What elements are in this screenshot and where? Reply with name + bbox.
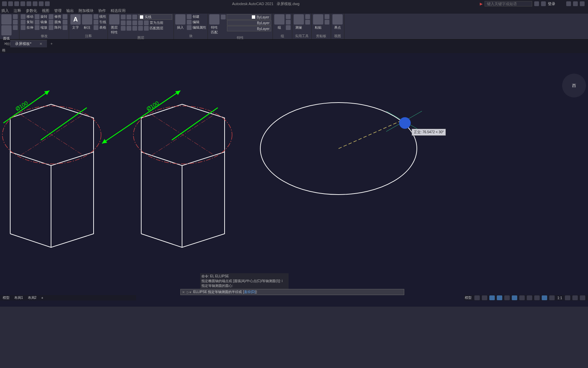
stretch-icon[interactable] bbox=[21, 25, 26, 30]
color-icon[interactable] bbox=[221, 15, 226, 19]
close-icon[interactable]: ✕ bbox=[182, 290, 185, 294]
menu-item[interactable]: 精选应用 bbox=[111, 8, 126, 13]
app-menu-icon[interactable] bbox=[2, 1, 7, 6]
otrack-icon[interactable] bbox=[519, 295, 525, 300]
trim-icon[interactable] bbox=[49, 14, 53, 19]
lineweight-selector[interactable]: ByLayer bbox=[227, 20, 271, 26]
scale-icon[interactable] bbox=[35, 25, 39, 30]
search-icon[interactable] bbox=[534, 1, 539, 6]
clip-icon[interactable] bbox=[325, 20, 329, 25]
menu-item[interactable]: 输出 bbox=[66, 8, 74, 13]
array-icon[interactable] bbox=[49, 25, 53, 30]
menu-item[interactable]: 参数化 bbox=[26, 8, 37, 13]
scale-display[interactable]: 1:1 bbox=[557, 296, 563, 300]
menu-item[interactable]: 协作 bbox=[98, 8, 106, 13]
group-tool-icon[interactable] bbox=[286, 25, 291, 30]
user-icon[interactable] bbox=[541, 1, 546, 6]
transparency-icon[interactable] bbox=[534, 295, 540, 300]
fillet-icon[interactable] bbox=[49, 20, 53, 25]
print-icon[interactable] bbox=[33, 1, 37, 6]
ortho-icon[interactable] bbox=[489, 295, 495, 300]
fullscreen-icon[interactable] bbox=[580, 295, 585, 300]
layer-tool-icon[interactable] bbox=[138, 20, 143, 25]
table-icon[interactable] bbox=[94, 25, 98, 30]
circle-icon[interactable] bbox=[13, 20, 18, 25]
close-icon[interactable]: ✕ bbox=[39, 42, 42, 46]
layout-tab[interactable]: 布局1 bbox=[14, 295, 23, 300]
insert-icon[interactable] bbox=[175, 14, 185, 25]
viewcube[interactable]: 西 bbox=[562, 74, 586, 97]
copy-icon[interactable] bbox=[21, 20, 26, 25]
base-icon[interactable] bbox=[332, 14, 343, 25]
layer-selector[interactable]: 实线 bbox=[138, 14, 172, 20]
rect-icon[interactable] bbox=[13, 14, 18, 19]
move-icon[interactable] bbox=[21, 14, 26, 19]
group-tool-icon[interactable] bbox=[286, 14, 291, 19]
arc-icon[interactable] bbox=[1, 25, 12, 35]
layer-tool-icon[interactable] bbox=[132, 26, 137, 31]
create-icon[interactable] bbox=[187, 14, 192, 19]
help-icon[interactable] bbox=[580, 1, 585, 6]
layer-tool-icon[interactable] bbox=[132, 20, 137, 25]
layout-tab[interactable]: 布局2 bbox=[28, 295, 37, 300]
layer-tool-icon[interactable] bbox=[144, 26, 149, 31]
menu-item[interactable]: 视图 bbox=[42, 8, 49, 13]
layer-tool-icon[interactable] bbox=[144, 20, 149, 25]
undo-icon[interactable] bbox=[39, 1, 44, 6]
line-icon[interactable] bbox=[1, 14, 12, 25]
login-link[interactable]: 登录 bbox=[548, 1, 555, 6]
new-icon[interactable] bbox=[8, 1, 13, 6]
mod-icon[interactable] bbox=[63, 14, 67, 19]
menu-item[interactable]: 注释 bbox=[14, 8, 21, 13]
edit-icon[interactable] bbox=[187, 20, 192, 25]
dim-icon[interactable] bbox=[82, 14, 92, 25]
layer-props-icon[interactable] bbox=[109, 14, 119, 25]
linear-icon[interactable] bbox=[94, 14, 98, 19]
document-tab[interactable]: 录屏模板* ✕ bbox=[10, 40, 47, 47]
matchprop-icon[interactable] bbox=[209, 14, 219, 25]
clip-icon[interactable] bbox=[325, 14, 329, 19]
new-tab-button[interactable]: + bbox=[47, 42, 56, 46]
command-line[interactable]: ✕ ▷▾ ELLIPSE 指定等轴测圆的半径或 [直径(D)]: bbox=[180, 289, 404, 295]
snap-icon[interactable] bbox=[482, 295, 487, 300]
measure-icon[interactable] bbox=[294, 14, 304, 25]
layer-tool-icon[interactable] bbox=[121, 20, 126, 25]
add-layout-button[interactable]: + bbox=[41, 296, 43, 300]
mod-icon[interactable] bbox=[63, 20, 67, 25]
search-input[interactable] bbox=[485, 1, 532, 6]
linetype-selector[interactable]: ByLayer bbox=[227, 26, 271, 31]
start-tab[interactable]: ✕ bbox=[0, 42, 10, 46]
paste-icon[interactable] bbox=[313, 14, 323, 25]
layer-tool-icon[interactable] bbox=[121, 26, 126, 31]
cycling-icon[interactable] bbox=[542, 295, 547, 300]
status-model[interactable]: 模型 bbox=[464, 295, 472, 300]
lock-icon[interactable] bbox=[132, 15, 137, 19]
menu-item[interactable]: 管理 bbox=[54, 8, 62, 13]
util-icon[interactable] bbox=[305, 20, 310, 25]
mod-icon[interactable] bbox=[63, 25, 67, 30]
menu-item[interactable]: 插入 bbox=[1, 8, 9, 13]
share-icon[interactable] bbox=[573, 1, 578, 6]
isodraft-icon[interactable] bbox=[504, 295, 510, 300]
freeze-icon[interactable] bbox=[127, 15, 131, 19]
leader-icon[interactable] bbox=[94, 20, 98, 25]
rotate-icon[interactable] bbox=[35, 14, 39, 19]
group-tool-icon[interactable] bbox=[286, 20, 291, 25]
layer-tool-icon[interactable] bbox=[127, 26, 131, 31]
saveas-icon[interactable] bbox=[27, 1, 31, 6]
bulb-icon[interactable] bbox=[121, 15, 126, 19]
mirror-icon[interactable] bbox=[35, 20, 39, 25]
drawing-canvas[interactable]: Ø100 Ø100 正交: 76.5472 < 30° 西 bbox=[0, 53, 588, 307]
text-icon[interactable]: A bbox=[70, 14, 81, 25]
group-icon[interactable] bbox=[274, 14, 284, 25]
menu-item[interactable]: 附加模块 bbox=[79, 8, 94, 13]
editattr-icon[interactable] bbox=[187, 25, 192, 30]
grid-icon[interactable] bbox=[474, 295, 480, 300]
cart-icon[interactable] bbox=[566, 1, 571, 6]
layer-tool-icon[interactable] bbox=[127, 20, 131, 25]
osnap-icon[interactable] bbox=[512, 295, 517, 300]
redo-icon[interactable] bbox=[45, 1, 50, 6]
layout-tab-model[interactable]: 模型 bbox=[3, 295, 10, 300]
lwt-icon[interactable] bbox=[527, 295, 532, 300]
util-icon[interactable] bbox=[305, 14, 310, 19]
